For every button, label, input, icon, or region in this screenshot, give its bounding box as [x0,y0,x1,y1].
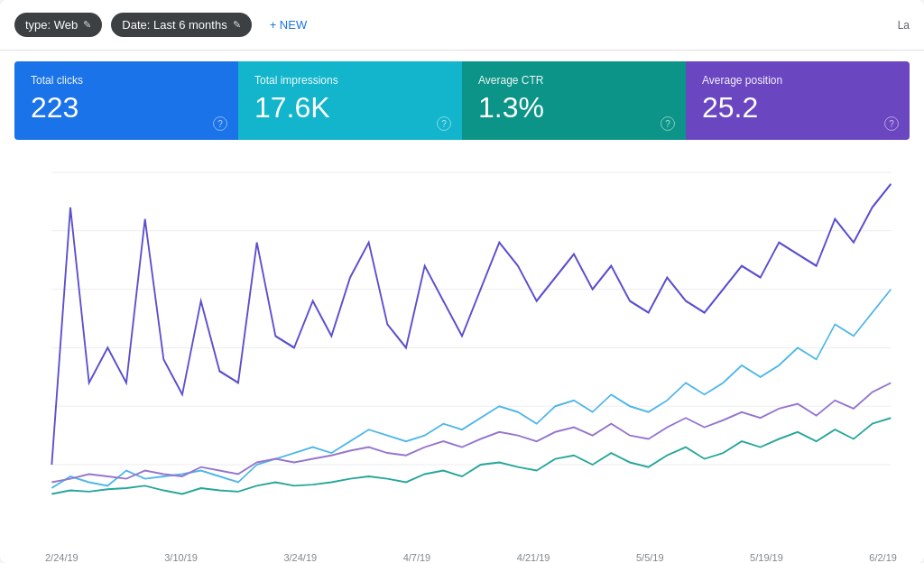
main-screen: type: Web ✎ Date: Last 6 months ✎ + NEW … [0,0,924,563]
position-card[interactable]: Average position 25.2 ? [686,61,910,140]
x-axis-labels: 2/24/19 3/10/19 3/24/19 4/7/19 4/21/19 5… [0,550,924,563]
x-label-2: 3/24/19 [283,552,317,563]
chart-svg [14,149,910,547]
position-help-icon[interactable]: ? [884,116,899,131]
impressions-card[interactable]: Total impressions 17.6K ? [238,61,462,140]
x-label-6: 5/19/19 [750,552,783,563]
clicks-value: 223 [31,92,222,124]
type-filter-label: type: Web [25,18,78,32]
x-label-7: 6/2/19 [869,552,897,563]
toolbar-right-label: La [898,19,910,32]
new-button[interactable]: + NEW [261,13,317,37]
x-label-0: 2/24/19 [45,552,79,563]
date-filter-pill[interactable]: Date: Last 6 months ✎ [111,13,251,37]
ctr-card[interactable]: Average CTR 1.3% ? [462,61,686,140]
date-filter-edit-icon: ✎ [233,19,241,31]
clicks-label: Total clicks [31,74,222,87]
x-label-5: 5/5/19 [636,552,664,563]
ctr-label: Average CTR [478,74,670,87]
date-filter-label: Date: Last 6 months [122,18,226,32]
impressions-help-icon[interactable]: ? [437,116,451,131]
x-label-1: 3/10/19 [164,552,198,563]
ctr-help-icon[interactable]: ? [661,116,675,131]
x-label-4: 4/21/19 [517,552,550,563]
clicks-card[interactable]: Total clicks 223 ? [14,61,238,140]
new-button-label: + NEW [270,18,308,32]
ctr-value: 1.3% [478,92,670,124]
position-value: 25.2 [702,92,893,124]
x-label-3: 4/7/19 [403,552,431,563]
impressions-value: 17.6K [254,92,446,124]
clicks-help-icon[interactable]: ? [213,116,227,131]
impressions-label: Total impressions [254,74,446,87]
chart-area [0,140,924,550]
toolbar: type: Web ✎ Date: Last 6 months ✎ + NEW … [0,0,924,51]
position-label: Average position [702,74,893,87]
type-filter-edit-icon: ✎ [83,19,91,31]
type-filter-pill[interactable]: type: Web ✎ [14,13,102,37]
metrics-row: Total clicks 223 ? Total impressions 17.… [14,61,910,140]
